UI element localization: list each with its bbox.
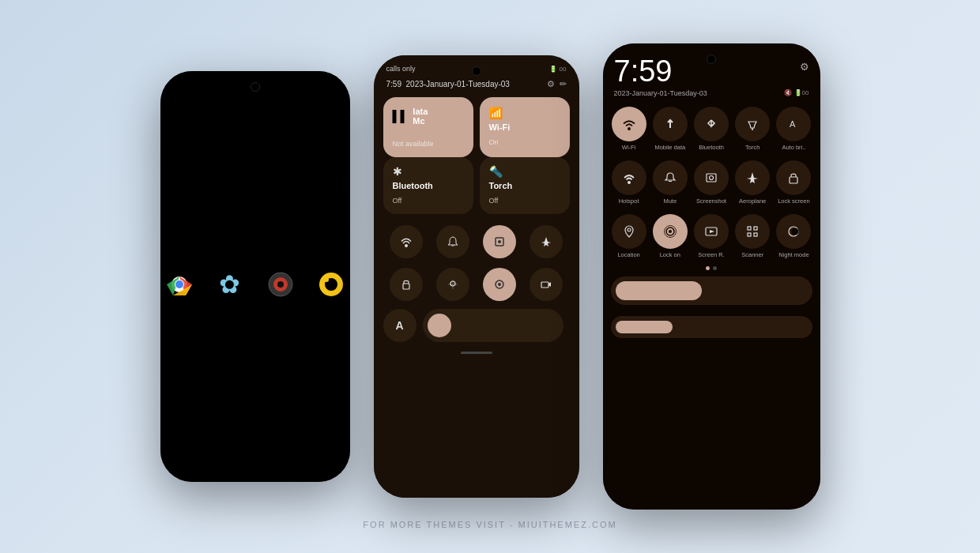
- svg-marker-36: [710, 230, 714, 233]
- dot-2: [713, 266, 717, 270]
- cc3-wifi-btn[interactable]: [612, 107, 646, 141]
- torch-tile[interactable]: 🔦 Torch Off: [480, 157, 570, 214]
- lockon-btn[interactable]: [483, 268, 516, 301]
- sim-tile[interactable]: ▌▌ Iata Mc Not available: [383, 97, 473, 157]
- cc3-airplane: Aeroplane: [734, 160, 771, 205]
- home-indicator: [461, 352, 492, 354]
- cc3-grid-row2: Hotspot Mute Screenshot: [603, 156, 820, 209]
- svg-point-33: [669, 230, 672, 233]
- phone-2-screen: calls only 🔋 00 7:59 2023-January-01-Tue…: [374, 55, 579, 498]
- cc-icon-row-2: [374, 265, 579, 304]
- bell-btn[interactable]: [436, 225, 469, 258]
- screenshot-btn[interactable]: [483, 225, 516, 258]
- cc-icon-row-1: [374, 219, 579, 265]
- svg-rect-16: [403, 284, 409, 289]
- cc3-nightmode-btn[interactable]: [776, 214, 811, 249]
- svg-point-29: [709, 176, 713, 180]
- wifi-tile[interactable]: 📶 Wi-Fi On: [480, 97, 570, 157]
- cc3-lockscreen: Lock screen: [775, 160, 812, 205]
- svg-rect-39: [748, 233, 751, 236]
- phone-2: calls only 🔋 00 7:59 2023-January-01-Tue…: [374, 55, 579, 498]
- cc3-screenshot: Screenshot: [693, 160, 729, 205]
- sim-status: Not available: [393, 140, 464, 148]
- cc-bottom-row: A: [374, 304, 579, 347]
- cc3-bluetooth-btn[interactable]: [694, 107, 729, 141]
- settings-icon-3[interactable]: ⚙: [800, 61, 809, 73]
- phone-1-screen: ✿: [160, 71, 350, 482]
- phone-3: 7:59 ⚙ 2023-January-01-Tuesday-03 🔇 🔋00 …: [603, 43, 820, 510]
- cc3-nightmode-label: Night mode: [778, 251, 808, 258]
- cc3-screenrec: Screen R.: [693, 214, 729, 258]
- brightness-slider-3[interactable]: [611, 316, 812, 338]
- date-display-3: 2023-January-01-Tuesday-03: [614, 89, 707, 97]
- watermark: FOR MORE THEMES VISIT - MIUITHEMEZ.COM: [363, 520, 616, 529]
- cc-top-grid: ▌▌ Iata Mc Not available 📶: [374, 97, 579, 157]
- volume-fill: [616, 281, 702, 300]
- svg-point-3: [175, 280, 183, 288]
- svg-point-19: [498, 283, 501, 286]
- cc3-lockon-btn[interactable]: [653, 214, 688, 249]
- font-btn[interactable]: A: [383, 309, 416, 342]
- cc3-wifi: Wi-Fi: [611, 107, 647, 151]
- lock-btn[interactable]: [390, 268, 423, 301]
- cc3-scanner: Scanner: [734, 214, 771, 258]
- datetime-label: 7:59 2023-January-01-Tuesday-03: [386, 80, 510, 88]
- cc3-hotspot-label: Hotspot: [619, 198, 639, 205]
- cc3-torch-btn[interactable]: [735, 107, 770, 141]
- chrome-icon[interactable]: [160, 265, 198, 303]
- cc3-mute: Mute: [652, 160, 688, 205]
- cc3-autobri-btn[interactable]: A: [776, 107, 811, 141]
- cc-second-row: ✱ Bluetooth Off 🔦 Torch: [374, 157, 579, 219]
- cc3-airplane-btn[interactable]: [735, 160, 770, 195]
- brightness-slider[interactable]: [423, 309, 564, 342]
- wifi-status: On: [489, 138, 499, 146]
- airplane-btn[interactable]: [530, 225, 563, 258]
- cc3-lockscreen-btn[interactable]: [776, 160, 811, 195]
- cc3-screenrec-btn[interactable]: [694, 214, 729, 249]
- video-btn[interactable]: [530, 268, 563, 301]
- cc3-screenshot-btn[interactable]: [694, 160, 729, 195]
- date-row-2: 7:59 2023-January-01-Tuesday-03 ⚙ ✏: [374, 76, 579, 97]
- volume-slider[interactable]: [611, 276, 812, 305]
- cc3-hotspot-btn[interactable]: [612, 160, 646, 195]
- location-btn[interactable]: [436, 268, 469, 301]
- record-icon[interactable]: [262, 265, 300, 303]
- cc3-wifi-label: Wi-Fi: [622, 144, 636, 151]
- camera-punch-hole-2: [472, 66, 481, 76]
- svg-text:A: A: [790, 119, 796, 129]
- edit-icon-small[interactable]: ✏: [560, 79, 567, 89]
- svg-point-7: [277, 281, 284, 288]
- svg-rect-28: [707, 174, 716, 182]
- cc3-autobri-label: Auto bri..: [782, 144, 805, 151]
- phone2-content: calls only 🔋 00 7:59 2023-January-01-Tue…: [374, 55, 579, 498]
- sim-name: Iata: [413, 107, 428, 116]
- cc3-autobri: A Auto bri..: [775, 107, 812, 151]
- search-lens-icon[interactable]: [312, 265, 350, 303]
- phone3-content: 7:59 ⚙ 2023-January-01-Tuesday-03 🔇 🔋00 …: [603, 43, 820, 510]
- bluetooth-status: Off: [393, 197, 402, 205]
- svg-point-12: [405, 244, 408, 247]
- cc3-grid-row3: Location Lock on Screen R.: [603, 209, 820, 263]
- hotspot-btn[interactable]: [390, 225, 423, 258]
- bluetooth-label: Bluetooth: [393, 181, 433, 190]
- cc3-mobiledata-btn[interactable]: [653, 107, 688, 141]
- battery-icon: 🔋 00: [549, 66, 566, 73]
- cc3-mobiledata: Mobile data: [652, 107, 688, 151]
- svg-point-31: [628, 228, 631, 231]
- cc3-location: Location: [611, 214, 647, 258]
- settings-icon-small[interactable]: ⚙: [547, 79, 555, 89]
- svg-point-42: [792, 228, 799, 235]
- cc3-mute-btn[interactable]: [653, 160, 688, 195]
- cc3-scanner-btn[interactable]: [735, 214, 770, 249]
- cc3-bluetooth-label: Bluetooth: [699, 144, 724, 151]
- svg-point-26: [628, 181, 631, 184]
- bluetooth-tile[interactable]: ✱ Bluetooth Off: [383, 157, 473, 214]
- cc3-location-btn[interactable]: [612, 214, 646, 249]
- cc3-scanner-label: Scanner: [741, 251, 763, 258]
- cc3-screenrec-label: Screen R.: [698, 251, 724, 258]
- flower-icon[interactable]: ✿: [211, 265, 249, 303]
- time-display: 7:59: [614, 56, 673, 86]
- phone-1: ✿: [160, 71, 350, 482]
- cc3-lockon: Lock on: [652, 214, 688, 258]
- page-dots: [603, 263, 820, 273]
